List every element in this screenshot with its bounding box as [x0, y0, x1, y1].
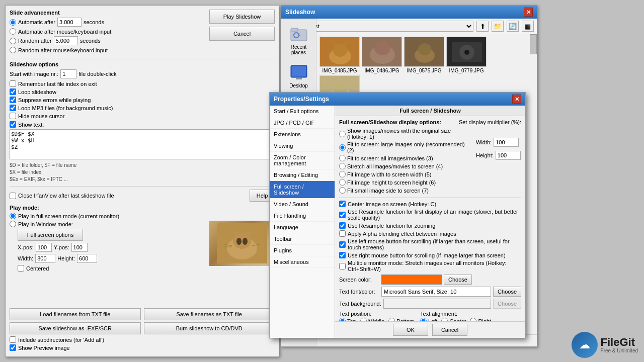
- random-seconds-input[interactable]: [54, 36, 78, 45]
- text-content-area[interactable]: $D$F $X $W x $H $Z: [10, 129, 275, 159]
- radio-fit-small[interactable]: [339, 187, 346, 194]
- text-align-right-radio[interactable]: [470, 318, 476, 321]
- menu-item-viewing[interactable]: Viewing: [270, 140, 335, 152]
- display-height-input[interactable]: [496, 151, 521, 160]
- loop-mp3-checkbox[interactable]: [10, 105, 16, 111]
- slideshow-close-button[interactable]: ✕: [524, 8, 533, 17]
- show-text-checkbox[interactable]: [10, 121, 16, 128]
- font-display: Microsoft Sans Serif, Size: 10: [381, 287, 491, 297]
- suppress-errors-checkbox[interactable]: [10, 97, 16, 103]
- menu-item-fullscreen[interactable]: Full screen / Slideshow: [270, 181, 335, 199]
- save-filenames-button[interactable]: Save filenames as TXT file: [144, 308, 275, 320]
- view-options-button[interactable]: ▦: [522, 21, 534, 32]
- automatic-radio[interactable]: [10, 19, 16, 26]
- filegit-logo: ☁ FileGit Free & Unlimited: [572, 332, 638, 358]
- menu-item-start-exit[interactable]: Start / Exit options: [270, 106, 335, 117]
- automatic-mouse-radio[interactable]: [10, 28, 16, 35]
- remember-last-checkbox[interactable]: [10, 80, 16, 87]
- radio-original-size[interactable]: [339, 131, 346, 137]
- text-pos-bottom-radio[interactable]: [388, 318, 395, 321]
- thumb-item-2[interactable]: IMG_0575.JPG: [404, 37, 444, 73]
- thumb-img-2: [404, 37, 444, 67]
- thumb-img-1: [362, 37, 402, 67]
- center-checkbox[interactable]: [339, 201, 346, 207]
- cancel-button[interactable]: Cancel: [209, 27, 275, 41]
- thumb-item-0[interactable]: IMG_0485.JPG: [319, 37, 360, 73]
- props-footer: OK Cancel: [335, 321, 525, 338]
- start-image-nr-input[interactable]: [60, 69, 76, 78]
- thumb-item-3[interactable]: IMG_0779.JPG: [446, 37, 487, 73]
- auto-seconds-input[interactable]: [57, 18, 82, 27]
- text-font-choose-button[interactable]: Choose: [493, 287, 521, 297]
- slideshow-scrollbar[interactable]: [529, 34, 537, 334]
- text-align-center-radio[interactable]: [441, 318, 448, 321]
- play-fullscreen-radio[interactable]: [10, 213, 16, 219]
- rightmouse-checkbox[interactable]: [339, 252, 346, 258]
- height-input[interactable]: [77, 254, 97, 263]
- radio-fit-large[interactable]: [339, 144, 346, 151]
- menu-item-jpg[interactable]: JPG / PCD / GIF: [270, 117, 335, 129]
- fullscreen-options-button[interactable]: Full screen options: [18, 229, 83, 241]
- thumb-label-3: IMG_0779.JPG: [449, 68, 484, 73]
- close-irfanview-checkbox[interactable]: [10, 193, 16, 199]
- resample2-checkbox[interactable]: [339, 222, 346, 229]
- load-filenames-button[interactable]: Load filenames from TXT file: [10, 308, 141, 320]
- scrollbar-thumb[interactable]: [530, 34, 537, 54]
- text-bg-label: Text background:: [339, 301, 381, 307]
- props-ok-button[interactable]: OK: [393, 324, 428, 336]
- width-input[interactable]: [35, 254, 55, 263]
- play-window-radio[interactable]: [10, 221, 16, 227]
- save-slideshow-button[interactable]: Save slideshow as .EXE/SCR: [10, 322, 141, 334]
- props-title: Properties/Settings: [274, 96, 329, 103]
- radio-stretch[interactable]: [339, 163, 346, 169]
- look-in-dropdown[interactable]: Test: [307, 21, 473, 32]
- multimonitor-checkbox[interactable]: [339, 263, 346, 269]
- nav-up-button[interactable]: ⬆: [476, 21, 489, 32]
- menu-item-browsing[interactable]: Browsing / Editing: [270, 169, 335, 181]
- play-slideshow-button[interactable]: Play Slideshow: [209, 10, 275, 24]
- centered-checkbox[interactable]: [18, 265, 24, 272]
- show-text-label: Show text:: [18, 122, 44, 128]
- random-mouse-radio[interactable]: [10, 47, 16, 53]
- display-width-label: Width:: [476, 139, 492, 145]
- loop-slideshow-checkbox[interactable]: [10, 88, 16, 95]
- radio-fit-all-label: Fit to screen: all images/movies (3): [347, 155, 433, 161]
- new-folder-button[interactable]: 📁: [492, 21, 504, 32]
- leftmouse-checkbox[interactable]: [339, 241, 346, 248]
- random-radio[interactable]: [10, 38, 16, 44]
- show-preview-checkbox[interactable]: [10, 344, 16, 351]
- hide-mouse-checkbox[interactable]: [10, 113, 16, 119]
- menu-item-file-handling[interactable]: File Handling: [270, 210, 335, 222]
- menu-item-toolbar[interactable]: Toolbar: [270, 233, 335, 245]
- sidebar-item-recent[interactable]: Recent places: [284, 23, 313, 57]
- text-pos-top-radio[interactable]: [339, 318, 346, 321]
- menu-item-language[interactable]: Language: [270, 222, 335, 233]
- menu-item-miscellaneous[interactable]: Miscellaneous: [270, 256, 335, 268]
- burn-slideshow-button[interactable]: Burn slideshow to CD/DVD: [144, 322, 275, 334]
- show-preview-row: Show Preview image: [10, 344, 275, 351]
- display-width-input[interactable]: [494, 138, 519, 147]
- x-pos-input[interactable]: [36, 243, 52, 252]
- menu-item-zoom[interactable]: Zoom / Color management: [270, 152, 335, 169]
- radio-fit-width[interactable]: [339, 171, 346, 177]
- sidebar-item-desktop[interactable]: Desktop: [284, 61, 313, 90]
- screen-color-choose-button[interactable]: Choose: [444, 275, 472, 285]
- menu-item-video[interactable]: Video / Sound: [270, 199, 335, 210]
- radio-fit-all[interactable]: [339, 155, 346, 161]
- thumb-item-1[interactable]: IMG_0486.JPG: [362, 37, 402, 73]
- props-close-button[interactable]: ✕: [512, 95, 521, 104]
- resample1-checkbox[interactable]: [339, 212, 346, 218]
- menu-item-extensions[interactable]: Extensions: [270, 129, 335, 140]
- text-bg-display: [383, 299, 491, 309]
- radio-fit-height[interactable]: [339, 179, 346, 186]
- menu-item-plugins[interactable]: Plugins: [270, 245, 335, 256]
- include-subdirs-checkbox[interactable]: [10, 336, 16, 343]
- refresh-button[interactable]: 🔄: [507, 21, 519, 32]
- alpha-checkbox[interactable]: [339, 230, 346, 237]
- text-pos-middle-radio[interactable]: [360, 318, 367, 321]
- preview-image: [209, 221, 275, 266]
- text-pos-middle: Middle: [360, 318, 384, 321]
- y-pos-input[interactable]: [71, 243, 88, 252]
- text-align-left-radio[interactable]: [420, 318, 427, 321]
- props-cancel-button[interactable]: Cancel: [432, 324, 467, 336]
